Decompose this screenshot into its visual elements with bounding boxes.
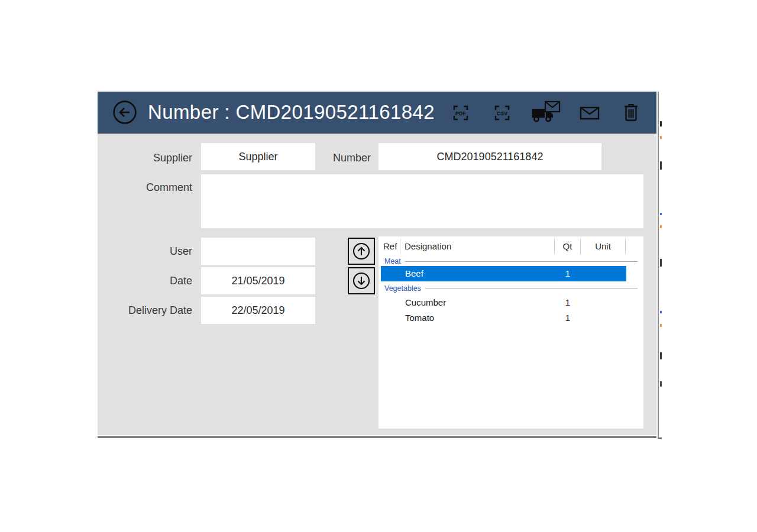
cell-qt: 1 [555, 295, 581, 310]
supplier-label: Supplier [98, 151, 192, 165]
export-csv-button[interactable]: CSV [488, 99, 516, 127]
user-label: User [98, 244, 192, 258]
screen-artifact [660, 324, 662, 327]
titlebar-actions: PDF CSV [447, 99, 645, 127]
column-header-ref[interactable]: Ref [378, 239, 400, 254]
group-rule [425, 288, 638, 288]
cell-designation: Cucumber [405, 295, 446, 310]
screen-artifact [660, 259, 662, 267]
screen-artifact [660, 161, 662, 170]
export-pdf-button[interactable]: PDF [447, 99, 475, 127]
cell-designation: Tomato [405, 310, 434, 326]
cell-qt: 1 [555, 310, 581, 326]
trash-icon [622, 103, 640, 123]
page-title: Number : CMD20190521161842 [148, 101, 435, 124]
svg-text:CSV: CSV [497, 111, 508, 116]
order-form: Supplier Number Comment User Date Delive… [98, 134, 656, 435]
screen-artifact [660, 352, 662, 359]
comment-input[interactable] [201, 174, 643, 228]
number-label: Number [276, 151, 371, 165]
screen-artifact [660, 121, 662, 126]
table-row-tomato[interactable]: Tomato 1 [378, 310, 643, 326]
screen-artifact [660, 213, 662, 215]
email-button[interactable] [575, 99, 604, 127]
send-order-button[interactable] [529, 99, 562, 127]
date-input[interactable] [201, 267, 315, 294]
screen-artifact [660, 311, 662, 313]
mail-icon [580, 105, 600, 121]
items-table-header: Ref Designation Qt Unit [378, 236, 643, 257]
table-row-beef[interactable]: Beef 1 [378, 266, 643, 281]
screen-artifact [660, 381, 662, 387]
column-header-qt[interactable]: Qt [555, 239, 581, 254]
group-header-vegetables: Vegetables [378, 281, 643, 295]
user-input[interactable] [201, 238, 315, 265]
order-detail-window: Number : CMD20190521161842 PDF CSV [98, 92, 656, 438]
delivery-date-label: Delivery Date [98, 303, 192, 317]
cell-designation: Beef [405, 266, 423, 281]
cell-qt: 1 [555, 266, 581, 281]
back-arrow-icon [112, 100, 137, 125]
items-table: Ref Designation Qt Unit Meat Beef 1 [378, 236, 643, 429]
comment-label: Comment [98, 180, 192, 194]
group-label: Meat [384, 257, 401, 265]
group-rule [405, 261, 638, 262]
screen-artifact [660, 225, 662, 228]
move-item-down-button[interactable] [348, 267, 375, 294]
delivery-date-input[interactable] [201, 297, 315, 324]
delete-button[interactable] [617, 99, 645, 127]
number-input[interactable] [378, 143, 601, 170]
titlebar: Number : CMD20190521161842 PDF CSV [98, 92, 656, 134]
arrow-up-circle-icon [351, 241, 371, 261]
column-header-designation[interactable]: Designation [400, 239, 555, 254]
move-item-up-button[interactable] [348, 238, 375, 265]
date-label: Date [98, 274, 192, 288]
truck-mail-icon [531, 100, 561, 126]
screen-background: Number : CMD20190521161842 PDF CSV [0, 0, 757, 532]
svg-text:PDF: PDF [455, 111, 467, 116]
back-button[interactable] [112, 99, 138, 125]
pdf-icon: PDF [452, 105, 469, 121]
arrow-down-circle-icon [351, 271, 371, 291]
column-header-unit[interactable]: Unit [581, 239, 626, 254]
csv-icon: CSV [494, 105, 510, 121]
screen-artifact [660, 136, 662, 139]
group-label: Vegetables [384, 284, 421, 293]
table-row-cucumber[interactable]: Cucumber 1 [378, 295, 643, 310]
adjacent-window-edge [658, 92, 662, 439]
group-header-meat: Meat [378, 257, 643, 266]
